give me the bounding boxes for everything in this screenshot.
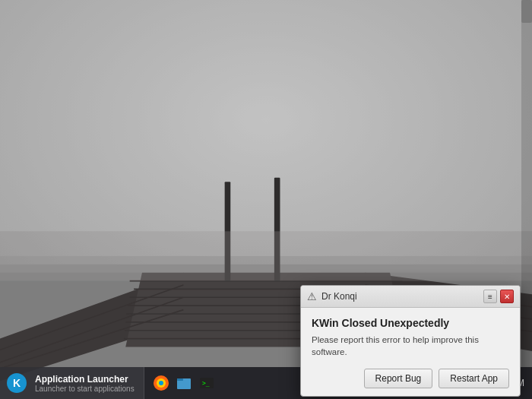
launcher-title: Application Launcher [35,374,135,385]
svg-rect-31 [177,378,183,381]
kde-logo-icon: K [6,372,27,394]
app-launcher-button[interactable]: K Application Launcher Launcher to start… [0,367,144,399]
launcher-text: Application Launcher Launcher to start a… [35,374,135,393]
scrollbar[interactable] [521,0,532,399]
dialog-buttons: Report Bug Restart App [312,369,509,388]
file-manager-taskbar-icon[interactable] [173,372,195,394]
dialog-titlebar: ⚠ Dr Konqi ≡ ✕ [301,286,520,308]
launcher-subtitle: Launcher to start applications [35,385,135,393]
terminal-taskbar-icon[interactable]: >_ [196,372,217,394]
dialog-title: Dr Konqi [321,291,479,302]
svg-text:K: K [13,377,21,389]
dialog-icon: ⚠ [307,290,317,302]
desktop: ⚠ Dr Konqi ≡ ✕ KWin Closed Unexpectedly … [0,0,532,399]
svg-text:>_: >_ [202,380,210,387]
dialog-message: Please report this error to help improve… [312,334,509,358]
dialog-heading: KWin Closed Unexpectedly [312,317,509,329]
dialog-menu-button[interactable]: ≡ [483,290,497,303]
drkonqi-dialog: ⚠ Dr Konqi ≡ ✕ KWin Closed Unexpectedly … [300,285,521,397]
restart-app-button[interactable]: Restart App [439,369,509,388]
dialog-close-button[interactable]: ✕ [500,290,514,303]
svg-point-29 [159,381,163,385]
dialog-controls: ≡ ✕ [483,290,514,303]
scrollbar-thumb[interactable] [521,0,532,23]
dialog-content: KWin Closed Unexpectedly Please report t… [301,308,520,396]
firefox-taskbar-icon[interactable] [150,372,172,394]
svg-rect-24 [0,231,532,280]
taskbar-icons: >_ [144,372,223,394]
report-bug-button[interactable]: Report Bug [364,369,433,388]
